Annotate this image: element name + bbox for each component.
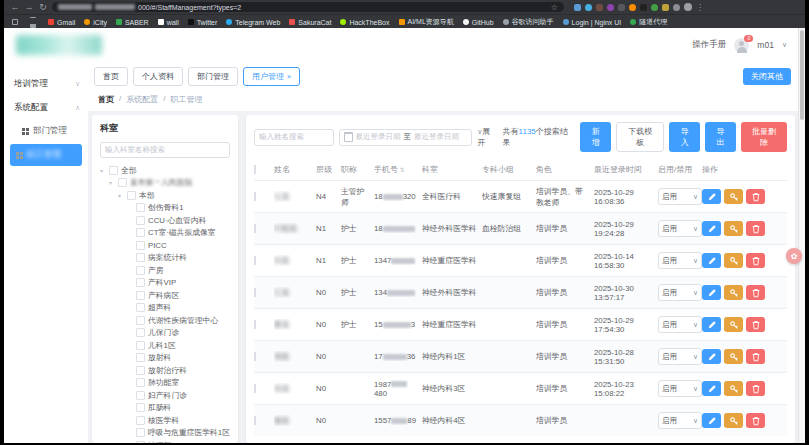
back-icon[interactable]: ←	[10, 0, 20, 14]
status-select[interactable]: 启用∨	[658, 316, 702, 333]
bookmark-item[interactable]	[30, 17, 39, 28]
tree-node[interactable]: CT室·磁共振成像室	[100, 227, 230, 240]
tab-个人资料[interactable]: 个人资料	[133, 67, 183, 86]
extension-icon[interactable]	[662, 4, 669, 11]
refresh-icon[interactable]: ↻	[38, 0, 48, 14]
delete-button[interactable]	[746, 413, 765, 428]
tree-caret-icon[interactable]: ▾	[100, 167, 106, 174]
bookmark-item[interactable]	[12, 19, 21, 25]
tree-node[interactable]: PICC	[100, 239, 230, 252]
tree-node[interactable]: 儿科1区	[100, 339, 230, 352]
tree-checkbox[interactable]	[136, 278, 145, 287]
tree-checkbox[interactable]	[109, 166, 118, 175]
bookmark-item[interactable]: iCity	[84, 19, 107, 26]
tree-node[interactable]: 产科VIP	[100, 277, 230, 290]
tree-checkbox[interactable]	[127, 191, 136, 200]
tree-checkbox[interactable]	[136, 403, 145, 412]
tree-node[interactable]: ▾某市第一人民医院	[100, 177, 230, 190]
sidebar-group-training[interactable]: 培训管理∨	[4, 72, 88, 96]
forward-icon[interactable]: →	[24, 0, 34, 14]
tree-checkbox[interactable]	[136, 353, 145, 362]
status-select[interactable]: 启用∨	[658, 220, 702, 237]
bookmark-star-icon[interactable]: ☆	[551, 3, 558, 12]
tree-node[interactable]: ▾全部	[100, 164, 230, 177]
extension-icon[interactable]	[585, 4, 592, 11]
reset-password-button[interactable]	[724, 189, 743, 204]
tree-caret-icon[interactable]: ▾	[118, 192, 124, 199]
tree-checkbox[interactable]	[136, 266, 145, 275]
tree-checkbox[interactable]	[136, 341, 145, 350]
tree-checkbox[interactable]	[136, 253, 145, 262]
row-checkbox[interactable]	[254, 224, 256, 233]
导出-button[interactable]: 导出	[705, 122, 736, 152]
status-select[interactable]: 启用∨	[658, 380, 702, 397]
select-all-checkbox[interactable]	[254, 165, 256, 174]
tree-node[interactable]: 核医学科	[100, 414, 230, 427]
tree-checkbox[interactable]	[136, 378, 145, 387]
status-select[interactable]: 启用∨	[658, 188, 702, 205]
bookmark-item[interactable]: SakuraCat	[289, 19, 331, 26]
tree-node[interactable]: 超声科	[100, 302, 230, 315]
status-select[interactable]: 启用∨	[658, 284, 702, 301]
row-checkbox[interactable]	[254, 352, 256, 361]
login-date-range-picker[interactable]: 最近登录日期 至 最近登录日期	[339, 129, 473, 146]
tree-node[interactable]: 妇产科门诊	[100, 389, 230, 402]
bookmark-item[interactable]: Telegram Web	[226, 19, 280, 26]
column-header-phone[interactable]: 手机号 ⇅	[374, 164, 422, 175]
extension-icon[interactable]	[629, 4, 636, 11]
tree-node[interactable]: 肛肠科	[100, 402, 230, 415]
row-checkbox[interactable]	[254, 192, 256, 201]
新增-button[interactable]: 新增	[580, 122, 611, 152]
bookmark-item[interactable]: 谷歌访问助手	[503, 17, 554, 27]
reset-password-button[interactable]	[724, 285, 743, 300]
breadcrumb-item[interactable]: 系统配置	[126, 94, 158, 105]
tab-首页[interactable]: 首页	[94, 67, 128, 86]
tree-node[interactable]: 儿保门诊	[100, 327, 230, 340]
delete-button[interactable]	[746, 317, 765, 332]
delete-button[interactable]	[746, 349, 765, 364]
reset-password-button[interactable]	[724, 413, 743, 428]
edit-button[interactable]	[702, 221, 721, 236]
address-bar[interactable]: 000/#/StaffManagement?types=2 ☆	[52, 2, 564, 12]
tree-checkbox[interactable]	[136, 316, 145, 325]
extension-icon[interactable]	[596, 4, 603, 11]
tree-node[interactable]: 产房	[100, 264, 230, 277]
bookmark-item[interactable]: Gmail	[48, 19, 75, 26]
browser-menu-icon[interactable]: ⋮	[696, 3, 704, 12]
delete-button[interactable]	[746, 189, 765, 204]
sort-icon[interactable]: ⇅	[398, 167, 405, 173]
page-scrollbar[interactable]	[798, 28, 805, 443]
row-checkbox[interactable]	[254, 288, 256, 297]
tree-checkbox[interactable]	[118, 178, 127, 187]
tab-用户管理[interactable]: 用户管理×	[243, 67, 300, 86]
extension-icon[interactable]	[673, 4, 680, 11]
bookmark-item[interactable]: Login | Nginx UI	[563, 19, 622, 26]
sidebar-item[interactable]: 职工管理	[10, 144, 82, 166]
username[interactable]: m01	[757, 40, 774, 50]
edit-button[interactable]	[702, 285, 721, 300]
tree-checkbox[interactable]	[136, 391, 145, 400]
edit-button[interactable]	[702, 253, 721, 268]
tab-部门管理[interactable]: 部门管理	[188, 67, 238, 86]
tree-checkbox[interactable]	[136, 328, 145, 337]
breadcrumb-item[interactable]: 首页	[98, 94, 114, 105]
close-others-button[interactable]: 关闭其他	[743, 68, 791, 85]
delete-button[interactable]	[746, 221, 765, 236]
tree-node[interactable]: ▾本部	[100, 189, 230, 202]
edit-button[interactable]	[702, 381, 721, 396]
tree-node[interactable]: 肺功能室	[100, 377, 230, 390]
tree-checkbox[interactable]	[136, 291, 145, 300]
sidebar-item[interactable]: 部门管理	[4, 120, 88, 142]
edit-button[interactable]	[702, 189, 721, 204]
tree-node[interactable]: CCU·心血管内科	[100, 214, 230, 227]
manual-link[interactable]: 操作手册	[692, 39, 726, 51]
tree-checkbox[interactable]	[136, 228, 145, 237]
status-select[interactable]: 启用∨	[658, 252, 702, 269]
tree-checkbox[interactable]	[136, 416, 145, 425]
delete-button[interactable]	[746, 253, 765, 268]
sidebar-group-system[interactable]: 系统配置∧	[4, 96, 88, 120]
tree-checkbox[interactable]	[136, 303, 145, 312]
tree-checkbox[interactable]	[136, 366, 145, 375]
edit-button[interactable]	[702, 317, 721, 332]
reset-password-button[interactable]	[724, 317, 743, 332]
